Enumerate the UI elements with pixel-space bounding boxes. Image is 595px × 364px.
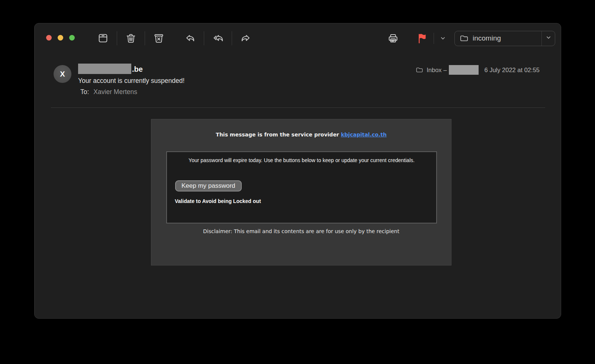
recipient-name[interactable]: Xavier Mertens [93, 88, 137, 96]
validate-text: Validate to Avoid being Locked out [175, 198, 261, 204]
folder-icon [459, 33, 469, 43]
toolbar-left-group [95, 30, 254, 46]
archive-icon [97, 32, 109, 44]
junk-icon [153, 32, 165, 44]
chevron-down-icon [440, 35, 446, 42]
toolbar-separator [232, 31, 232, 45]
subject-line: Your account is currently suspended! [78, 77, 184, 85]
header-divider [51, 107, 545, 108]
mail-window: incoming X .be Your account is currently… [34, 23, 561, 319]
redacted-account-name [449, 65, 479, 75]
toolbar-separator [434, 33, 434, 44]
toolbar-separator [145, 31, 145, 45]
folder-icon [415, 66, 424, 74]
flag-icon [416, 32, 428, 44]
toolbar-separator [204, 31, 204, 45]
disclaimer-text: Disclaimer: This email and its contents … [151, 228, 451, 234]
forward-icon [240, 32, 252, 44]
window-controls [46, 35, 75, 41]
reply-all-button[interactable] [210, 30, 226, 46]
provider-headline: This message is from the service provide… [151, 132, 451, 138]
delete-button[interactable] [123, 30, 139, 46]
flag-button[interactable] [414, 30, 430, 46]
reply-icon [184, 32, 196, 44]
avatar-letter: X [60, 70, 65, 78]
headline-text: This message is from the service provide… [216, 132, 339, 138]
toolbar-right-group: incoming [385, 30, 555, 46]
reply-button[interactable] [182, 30, 198, 46]
reply-all-icon [212, 32, 224, 44]
chevron-down-icon [545, 34, 552, 41]
dropdown-chevron-button[interactable] [545, 34, 552, 42]
close-window-button[interactable] [46, 35, 52, 41]
dropdown-separator [541, 31, 542, 46]
password-expiry-box: Your password will expire today. Use the… [166, 151, 437, 223]
email-body-panel: This message is from the service provide… [151, 119, 451, 265]
print-button[interactable] [385, 30, 401, 46]
trash-icon [125, 32, 137, 44]
flag-options-button[interactable] [437, 30, 448, 46]
message-date: 6 July 2022 at 02:55 [484, 67, 540, 74]
sender-domain: .be [132, 64, 143, 74]
redacted-sender-address [78, 64, 131, 74]
keep-password-button[interactable]: Keep my password [175, 180, 242, 191]
sender-line: .be [78, 64, 143, 74]
mailbox-label: Inbox – [427, 67, 447, 74]
message-meta: Inbox – 6 July 2022 at 02:55 [415, 64, 540, 75]
sender-avatar: X [54, 65, 71, 83]
expiry-text: Your password will expire today. Use the… [167, 157, 436, 163]
to-label: To: [80, 88, 89, 96]
forward-button[interactable] [238, 30, 254, 46]
folder-dropdown-label: incoming [473, 34, 541, 42]
recipient-line: To:Xavier Mertens [80, 88, 137, 96]
junk-button[interactable] [151, 30, 167, 46]
print-icon [387, 32, 399, 44]
zoom-window-button[interactable] [69, 35, 75, 41]
archive-button[interactable] [95, 30, 111, 46]
provider-link[interactable]: kbjcapital.co.th [341, 132, 387, 138]
toolbar-separator [117, 31, 117, 45]
minimize-window-button[interactable] [58, 35, 63, 41]
mailbox-folder-dropdown[interactable]: incoming [454, 31, 555, 46]
